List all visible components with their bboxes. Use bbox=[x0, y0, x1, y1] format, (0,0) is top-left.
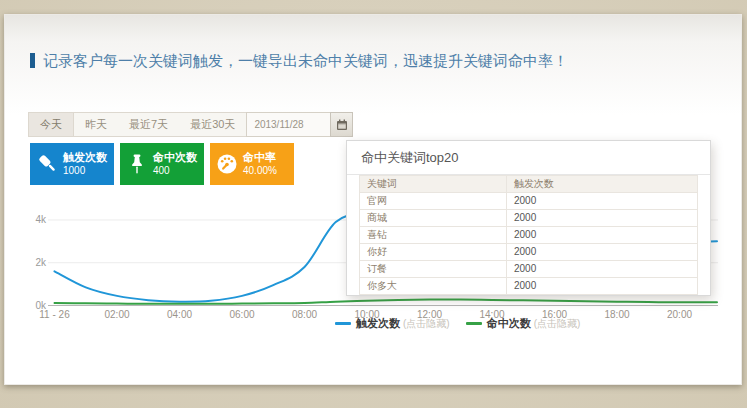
cell-keyword: 订餐 bbox=[360, 261, 507, 278]
date-input[interactable] bbox=[246, 112, 330, 137]
stat-value: 1000 bbox=[63, 165, 107, 178]
cell-trigger-count: 2000 bbox=[507, 244, 698, 261]
gavel-icon bbox=[30, 152, 63, 176]
column-header-trigger-count: 触发次数 bbox=[507, 176, 698, 193]
legend-item-triggers[interactable]: 触发次数 (点击隐藏) bbox=[335, 316, 450, 331]
x-axis-tick: 18:00 bbox=[604, 309, 629, 320]
tab-today[interactable]: 今天 bbox=[28, 113, 74, 136]
legend-item-hits[interactable]: 命中次数 (点击隐藏) bbox=[466, 316, 581, 331]
date-range-toolbar: 今天 昨天 最近7天 最近30天 bbox=[28, 112, 320, 137]
table-row: 喜钻2000 bbox=[360, 227, 698, 244]
page-title-text: 记录客户每一次关键词触发，一键导出未命中关键词，迅速提升关键词命中率！ bbox=[43, 52, 568, 69]
table-row: 官网2000 bbox=[360, 193, 698, 210]
table-row: 你好2000 bbox=[360, 244, 698, 261]
title-accent-bar bbox=[30, 53, 35, 68]
stat-label: 命中次数 bbox=[153, 151, 197, 165]
cell-keyword: 你好 bbox=[360, 244, 507, 261]
cell-trigger-count: 2000 bbox=[507, 261, 698, 278]
cell-trigger-count: 2000 bbox=[507, 227, 698, 244]
tab-last7days[interactable]: 最近7天 bbox=[118, 113, 179, 136]
popup-title: 命中关键词top20 bbox=[361, 149, 696, 167]
stat-card-hit-rate[interactable]: 命中率 40.00% bbox=[210, 143, 294, 185]
y-axis-tick: 2k bbox=[24, 257, 46, 268]
cell-keyword: 官网 bbox=[360, 193, 507, 210]
stat-card-hits[interactable]: 命中次数 400 bbox=[120, 143, 204, 185]
table-row: 商城2000 bbox=[360, 210, 698, 227]
top-keywords-popup: 命中关键词top20 关键词 触发次数 官网2000商城2000喜钻2000你好… bbox=[346, 140, 711, 296]
stat-value: 40.00% bbox=[243, 165, 277, 178]
keywords-table: 关键词 触发次数 官网2000商城2000喜钻2000你好2000订餐2000你… bbox=[359, 175, 698, 295]
y-axis-tick: 0k bbox=[24, 300, 46, 311]
x-axis-tick: 20:00 bbox=[667, 309, 692, 320]
legend-label: 触发次数 bbox=[356, 316, 400, 331]
page-background: 记录客户每一次关键词触发，一键导出未命中关键词，迅速提升关键词命中率！ 今天 昨… bbox=[0, 0, 747, 408]
x-axis-tick: 02:00 bbox=[104, 309, 129, 320]
stat-card-triggers[interactable]: 触发次数 1000 bbox=[30, 143, 114, 185]
x-axis-tick: 04:00 bbox=[167, 309, 192, 320]
table-header-row: 关键词 触发次数 bbox=[360, 176, 698, 193]
legend-hint: (点击隐藏) bbox=[403, 317, 450, 331]
table-row: 订餐2000 bbox=[360, 261, 698, 278]
legend-label: 命中次数 bbox=[487, 316, 531, 331]
pushpin-icon bbox=[120, 152, 153, 176]
legend-hint: (点击隐藏) bbox=[534, 317, 581, 331]
cell-keyword: 你多大 bbox=[360, 278, 507, 295]
gauge-icon bbox=[210, 152, 243, 176]
calendar-icon bbox=[336, 119, 348, 131]
cell-trigger-count: 2000 bbox=[507, 210, 698, 227]
x-axis-tick: 08:00 bbox=[292, 309, 317, 320]
x-axis-tick: 06:00 bbox=[229, 309, 254, 320]
x-axis-tick: 11 - 26 bbox=[39, 309, 69, 320]
column-header-keyword: 关键词 bbox=[360, 176, 507, 193]
cell-trigger-count: 2000 bbox=[507, 278, 698, 295]
chart-legend: 触发次数 (点击隐藏) 命中次数 (点击隐藏) bbox=[335, 316, 580, 331]
cell-trigger-count: 2000 bbox=[507, 193, 698, 210]
legend-swatch-hits bbox=[466, 322, 482, 325]
y-axis-tick: 4k bbox=[24, 214, 46, 225]
stat-value: 400 bbox=[153, 165, 197, 178]
page-title: 记录客户每一次关键词触发，一键导出未命中关键词，迅速提升关键词命中率！ bbox=[30, 52, 568, 71]
tab-yesterday[interactable]: 昨天 bbox=[74, 113, 118, 136]
cell-keyword: 喜钻 bbox=[360, 227, 507, 244]
stat-cards: 触发次数 1000 命中次数 400 bbox=[30, 143, 294, 185]
stat-label: 触发次数 bbox=[63, 151, 107, 165]
cell-keyword: 商城 bbox=[360, 210, 507, 227]
table-row: 你多大2000 bbox=[360, 278, 698, 295]
legend-swatch-triggers bbox=[335, 322, 351, 325]
tab-last30days[interactable]: 最近30天 bbox=[179, 113, 246, 136]
stat-label: 命中率 bbox=[243, 151, 277, 165]
date-picker bbox=[246, 113, 352, 136]
calendar-button[interactable] bbox=[330, 112, 353, 137]
